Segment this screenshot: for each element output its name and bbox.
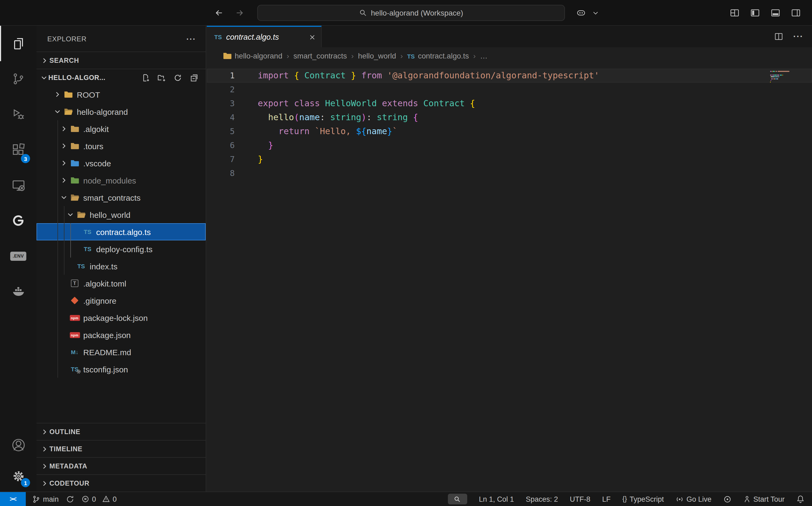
source-control-activity-button[interactable] — [0, 61, 36, 97]
tree-item[interactable]: TSdeploy-config.ts — [36, 240, 206, 258]
language-status[interactable]: {} TypeScript — [622, 495, 664, 503]
git-branch-icon — [32, 495, 40, 503]
go-live-button[interactable]: Go Live — [676, 495, 711, 503]
section-label: SEARCH — [50, 57, 79, 64]
copilot-icon[interactable] — [574, 6, 589, 20]
folder-icon — [223, 52, 231, 60]
new-file-icon[interactable] — [141, 73, 150, 82]
chevron-right-icon — [59, 124, 69, 133]
breadcrumb-item[interactable]: hello_world — [358, 52, 396, 60]
toggle-panel-icon[interactable] — [769, 6, 782, 19]
status-bar: >< main 0 0 Ln 1, Col 1 Spaces: 2 UTF-8 — [0, 492, 812, 506]
dotenv-activity-button[interactable]: .ENV — [0, 238, 36, 274]
broadcast-icon — [676, 495, 684, 503]
workspace-section-header[interactable]: HELLO-ALGOR... — [36, 69, 206, 86]
tree-item[interactable]: TSindex.ts — [36, 258, 206, 275]
tree-item[interactable]: smart_contracts — [36, 189, 206, 206]
section-header-timeline[interactable]: TIMELINE — [36, 440, 206, 457]
tree-item[interactable]: hello_world — [36, 206, 206, 223]
chevron-down-icon — [40, 73, 48, 82]
tab-contract-algo-ts[interactable]: TS contract.algo.ts — [207, 26, 322, 47]
sync-status[interactable] — [66, 495, 74, 503]
notifications-button[interactable] — [796, 495, 805, 503]
toggle-secondary-sidebar-icon[interactable] — [790, 6, 802, 19]
tree-item[interactable]: .vscode — [36, 155, 206, 172]
minimap[interactable] — [770, 71, 805, 85]
breadcrumb-item[interactable]: TScontract.algo.ts — [407, 52, 469, 60]
more-actions-icon[interactable]: ··· — [793, 32, 803, 41]
run-debug-activity-button[interactable] — [0, 97, 36, 132]
collapse-all-icon[interactable] — [189, 73, 198, 82]
breadcrumb-item[interactable]: hello-algorand — [223, 52, 282, 60]
section-header-codetour[interactable]: CODETOUR — [36, 474, 206, 492]
section-header-search[interactable]: SEARCH — [36, 52, 206, 69]
tree-item[interactable]: .algokit — [36, 120, 206, 137]
settings-badge: 1 — [21, 478, 30, 487]
toggle-sidebar-icon[interactable] — [749, 6, 761, 19]
indentation-status[interactable]: Spaces: 2 — [526, 495, 558, 503]
tree-item-label: ROOT — [77, 90, 100, 99]
docker-activity-button[interactable] — [0, 274, 36, 309]
new-folder-icon[interactable] — [157, 73, 166, 82]
tree-item-label: .algokit — [83, 124, 109, 133]
eol-status[interactable]: LF — [602, 495, 611, 503]
forward-button[interactable] — [233, 6, 246, 19]
refresh-icon[interactable] — [173, 73, 182, 82]
algokit-activity-button[interactable] — [0, 203, 36, 238]
account-button[interactable] — [0, 429, 36, 460]
code-line: 3export class HelloWorld extends Contrac… — [207, 97, 812, 110]
chevron-right-icon — [59, 142, 69, 150]
tree-item-label: node_modules — [83, 176, 136, 185]
minimap-line — [770, 76, 805, 77]
start-tour-button[interactable]: Start Tour — [743, 495, 785, 503]
split-editor-icon[interactable] — [774, 32, 784, 41]
remote-explorer-icon — [11, 178, 25, 192]
tree-item[interactable]: M↓README.md — [36, 343, 206, 360]
section-label: TIMELINE — [50, 445, 82, 452]
extensions-activity-button[interactable]: 3 — [0, 132, 36, 167]
tree-item-label: .algokit.toml — [83, 279, 126, 288]
tree-item[interactable]: .tours — [36, 137, 206, 155]
tree-item[interactable]: T.algokit.toml — [36, 275, 206, 292]
cursor-position[interactable]: Ln 1, Col 1 — [479, 495, 514, 503]
tree-item[interactable]: npmpackage-lock.json — [36, 309, 206, 326]
remote-indicator[interactable]: >< — [0, 492, 26, 506]
close-icon[interactable] — [309, 33, 316, 40]
screencast-button[interactable] — [723, 495, 731, 503]
line-number: 2 — [207, 83, 235, 97]
arrow-left-icon — [214, 8, 224, 18]
problems-status[interactable]: 0 0 — [82, 495, 117, 503]
settings-button[interactable]: 1 — [0, 460, 36, 492]
magnifier-icon — [454, 496, 461, 503]
encoding-status[interactable]: UTF-8 — [570, 495, 590, 503]
go-live-label: Go Live — [686, 495, 711, 503]
tree-item[interactable]: .gitignore — [36, 292, 206, 309]
customize-layout-icon[interactable] — [728, 6, 741, 19]
explorer-activity-button[interactable] — [0, 26, 36, 61]
line-number: 8 — [207, 166, 235, 180]
breadcrumb-item[interactable]: … — [480, 52, 488, 60]
more-actions-icon[interactable]: ··· — [187, 34, 196, 43]
ts-icon: TS — [214, 34, 222, 40]
code-editor[interactable]: 1import { Contract } from '@algorandfoun… — [207, 64, 812, 180]
activity-bar: 3 .ENV 1 — [0, 26, 36, 492]
zoom-status-button[interactable] — [448, 494, 467, 504]
back-button[interactable] — [213, 6, 226, 19]
breadcrumb-item[interactable]: smart_contracts — [293, 52, 347, 60]
tree-item[interactable]: hello-algorand — [36, 103, 206, 120]
section-header-metadata[interactable]: METADATA — [36, 457, 206, 474]
sidebar-title-row: EXPLORER ··· — [36, 26, 206, 52]
tree-item[interactable]: node_modules — [36, 172, 206, 189]
section-header-outline[interactable]: OUTLINE — [36, 423, 206, 440]
remote-explorer-activity-button[interactable] — [0, 167, 36, 203]
tree-item[interactable]: npmpackage.json — [36, 326, 206, 343]
command-center[interactable]: hello-algorand (Workspace) — [257, 5, 565, 21]
tree-item[interactable]: TScontract.algo.ts — [36, 223, 206, 240]
search-icon — [359, 9, 367, 17]
tree-item-label: tsconfig.json — [83, 365, 128, 374]
tree-item[interactable]: ROOT — [36, 86, 206, 103]
tree-item[interactable]: TStsconfig.json — [36, 360, 206, 378]
section-label: CODETOUR — [50, 480, 89, 487]
chevron-down-icon[interactable] — [591, 8, 600, 18]
branch-status[interactable]: main — [32, 495, 59, 503]
